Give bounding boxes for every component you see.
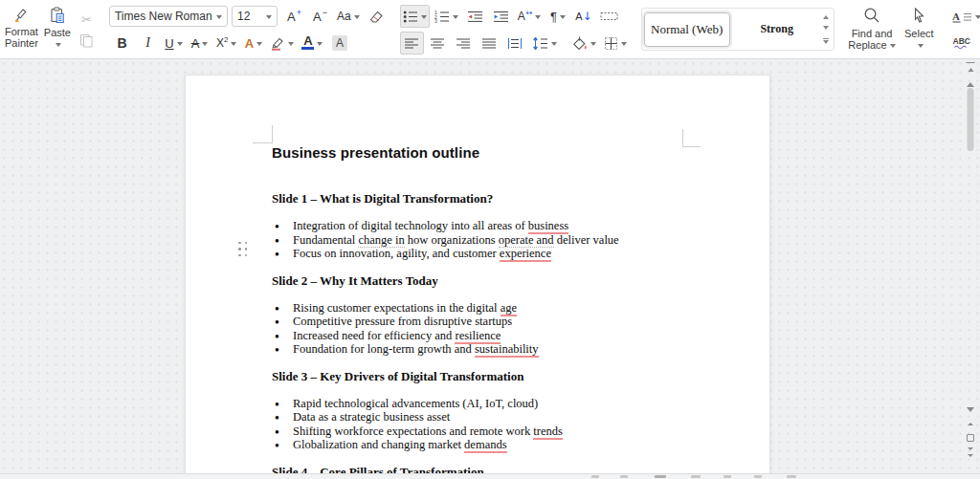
scrollbar-thumb[interactable] — [968, 88, 974, 151]
grow-font-button[interactable]: A+ — [282, 5, 306, 28]
styles-scroll-down[interactable] — [823, 26, 829, 33]
view-button-partial[interactable] — [655, 475, 666, 478]
cut-icon: ✂ — [81, 12, 92, 27]
paragraph-group: 123 A↔ ¶ A↓ — [397, 0, 633, 58]
increase-indent-button[interactable] — [489, 5, 513, 28]
bullet-item: Shifting workforce expectations and remo… — [272, 425, 701, 439]
eraser-icon — [368, 9, 385, 24]
format-painter-button[interactable]: Format Painter — [2, 3, 41, 55]
font-family-select[interactable]: Times New Roman — [109, 6, 228, 27]
bullet-item: Rapid technological advancements (AI, Io… — [272, 397, 701, 411]
bullet-item: Fundamental change in how organizations … — [272, 233, 701, 248]
font-size-value: 12 — [237, 10, 250, 23]
find-replace-label: Find and Replace — [848, 28, 895, 51]
copy-button[interactable] — [75, 30, 99, 51]
spell-check-icon: ABC — [952, 35, 972, 50]
superscript-button[interactable]: X2 — [213, 32, 239, 54]
borders-button[interactable] — [601, 32, 630, 54]
font-color-button[interactable]: A — [299, 32, 325, 54]
justify-icon — [481, 37, 497, 50]
increase-indent-icon — [493, 11, 509, 23]
scroll-down-arrow[interactable] — [967, 407, 974, 416]
strikethrough-button[interactable]: A — [188, 32, 212, 54]
select-cursor-icon — [910, 7, 927, 25]
zoom-control-partial[interactable] — [754, 475, 762, 478]
borders-icon — [604, 36, 618, 51]
align-center-button[interactable] — [426, 32, 450, 54]
document-page[interactable]: Business presentation outline Slide 1 – … — [185, 75, 770, 474]
decrease-indent-button[interactable] — [463, 5, 487, 28]
numbered-list-button[interactable]: 123 — [432, 5, 461, 28]
bullet-list-icon — [403, 11, 418, 23]
style-strong[interactable]: Strong — [734, 12, 820, 47]
editing-group: Find and Replace Select — [843, 0, 942, 58]
clear-formatting-button[interactable] — [365, 5, 389, 28]
highlight-button[interactable] — [267, 32, 297, 54]
paste-icon — [49, 7, 66, 24]
text-effects-button[interactable]: A — [241, 32, 265, 54]
distribute-text-button[interactable] — [503, 32, 527, 54]
line-spacing-button[interactable] — [529, 32, 560, 54]
block-drag-handle[interactable] — [236, 240, 249, 258]
shrink-font-button[interactable]: A− — [308, 5, 332, 28]
style-normal-web[interactable]: Normal (Web) — [644, 12, 730, 47]
doc-sections: Slide 1 – What is Digital Transformation… — [272, 192, 701, 474]
view-button-partial[interactable] — [591, 475, 599, 478]
highlighter-icon — [270, 36, 285, 51]
text-tool-button[interactable]: A — [949, 5, 980, 28]
character-scale-button[interactable]: A↔ — [515, 5, 545, 28]
word-processor-window: Format Painter Paste ✂ Times New Roman 1… — [0, 0, 980, 479]
bullet-item: Rising customer expectations in the digi… — [272, 301, 701, 316]
paste-button[interactable]: Paste — [41, 3, 74, 55]
bold-button[interactable]: B — [110, 32, 134, 54]
distribute-icon — [507, 37, 523, 50]
bullet-item: Competitive pressure from disruptive sta… — [272, 315, 701, 329]
justify-button[interactable] — [478, 32, 501, 54]
paste-dropdown-caret[interactable] — [56, 43, 61, 50]
align-left-button[interactable] — [400, 32, 424, 54]
styles-scroll-up[interactable] — [823, 12, 829, 19]
zoom-control-partial[interactable] — [691, 475, 701, 478]
italic-button[interactable]: I — [136, 32, 160, 54]
shading-button[interactable] — [568, 32, 599, 54]
find-replace-button[interactable]: Find and Replace — [845, 3, 900, 55]
previous-page-button[interactable] — [968, 420, 973, 425]
bullet-item: Focus on innovation, agility, and custom… — [272, 247, 701, 261]
select-button[interactable]: Select — [899, 3, 939, 55]
spell-check-button[interactable]: ABC — [949, 31, 975, 54]
change-case-button[interactable]: Aa — [334, 5, 363, 28]
underline-button[interactable]: U — [162, 32, 186, 54]
bullet-list: Integration of digital technology into a… — [272, 219, 701, 261]
slide-heading: Slide 1 – What is Digital Transformation… — [272, 192, 701, 206]
styles-more-button[interactable] — [823, 40, 829, 47]
scroll-up-arrow[interactable] — [967, 78, 974, 87]
status-bar — [0, 473, 980, 479]
numbered-list-icon: 123 — [434, 11, 450, 23]
align-right-button[interactable] — [452, 32, 476, 54]
copy-icon — [79, 33, 94, 48]
view-button-partial[interactable] — [620, 475, 628, 478]
bullet-list: Rapid technological advancements (AI, Io… — [272, 397, 701, 452]
zoom-control-partial[interactable] — [724, 475, 731, 478]
document-content: Business presentation outline Slide 1 – … — [272, 144, 701, 474]
styles-gallery: Normal (Web) Strong — [641, 8, 835, 51]
show-paragraph-marks-button[interactable]: ¶ — [546, 5, 569, 28]
zoom-control-partial[interactable] — [787, 475, 796, 478]
cut-button[interactable]: ✂ — [75, 9, 99, 30]
font-size-select[interactable]: 12 — [232, 6, 278, 27]
browse-object-button[interactable] — [967, 434, 974, 442]
font-family-value: Times New Roman — [115, 10, 212, 23]
font-color-swatch — [301, 47, 314, 50]
character-shading-button[interactable]: A — [327, 32, 351, 54]
vertical-scrollbar[interactable] — [962, 59, 979, 474]
tabs-ruler-button[interactable] — [597, 5, 621, 28]
sort-button[interactable]: A↓ — [571, 5, 595, 28]
bullet-list-button[interactable] — [400, 5, 430, 28]
shading-bucket-icon — [571, 36, 588, 51]
bullet-list: Rising customer expectations in the digi… — [272, 301, 701, 357]
slide-heading: Slide 3 – Key Drivers of Digital Transfo… — [272, 370, 701, 383]
next-page-button[interactable] — [968, 447, 973, 460]
document-title: Business presentation outline — [272, 144, 701, 161]
slide-heading: Slide 2 – Why It Matters Today — [272, 274, 701, 288]
collapse-ribbon-icon[interactable] — [967, 62, 975, 70]
